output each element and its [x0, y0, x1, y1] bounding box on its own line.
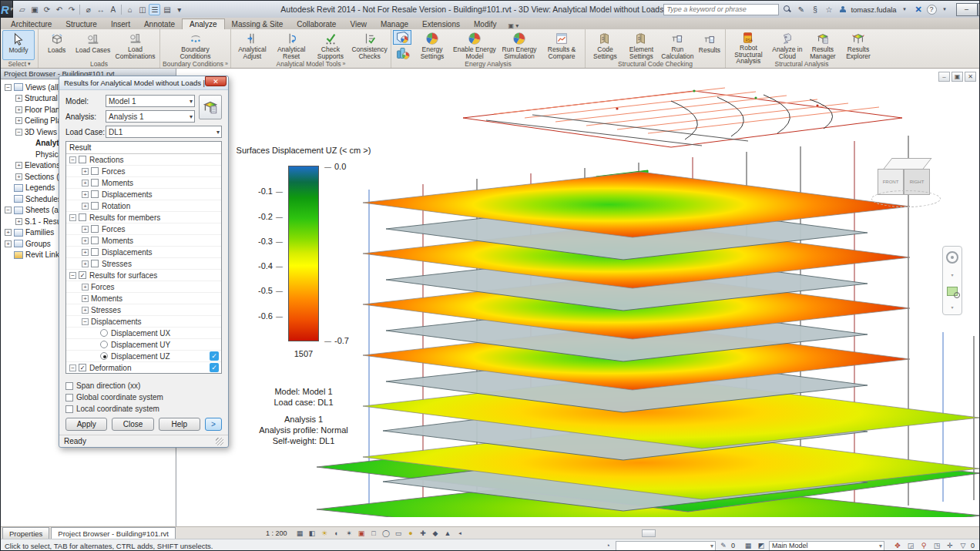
close-dialog-button[interactable]: Close — [112, 418, 153, 431]
open-icon[interactable]: ▱ — [16, 4, 28, 15]
results-compare-button[interactable]: Results & Compare — [542, 30, 582, 60]
energy-analysis-icon[interactable] — [393, 45, 411, 60]
shadows-icon[interactable]: ◐ — [331, 528, 341, 538]
results-explorer-button[interactable]: Results Explorer — [841, 30, 876, 60]
tree-row-surfaces-forces[interactable]: Forces — [66, 281, 221, 293]
tab-insert[interactable]: Insert — [104, 19, 137, 29]
editable-only-icon[interactable]: ✎ — [718, 541, 729, 551]
active-only-icon[interactable]: ◩ — [756, 541, 767, 551]
tab-collaborate[interactable]: Collaborate — [290, 19, 343, 29]
dialog-close-icon[interactable]: ✕ — [205, 76, 227, 86]
dialog-title-bar[interactable]: Results for Analytical Model without Loa… — [59, 76, 228, 90]
apply-button[interactable]: Apply — [65, 418, 107, 431]
aligned-dimension-icon[interactable]: ↔ — [95, 4, 106, 15]
model-select[interactable]: Model 1 — [106, 95, 195, 107]
tree-row-displacement-uy[interactable]: Displacement UY — [66, 339, 221, 351]
project-browser-tab[interactable]: Project Browser - Building#101.rvt — [51, 527, 176, 539]
results-button[interactable]: Results — [696, 30, 723, 60]
switch-windows-icon[interactable]: ▤ — [161, 4, 173, 15]
view-cube-compass-ring[interactable] — [871, 190, 941, 207]
view-cube[interactable]: FRONT RIGHT — [871, 153, 941, 215]
tree-row-displacement-uz[interactable]: Displacement UZ — [66, 351, 221, 362]
show-energy-model-icon[interactable] — [393, 30, 411, 45]
select-underlay-icon[interactable]: ◲ — [905, 541, 916, 551]
rendering-icon[interactable]: ✶ — [344, 528, 354, 538]
load-combinations-button[interactable]: Load Combinations — [112, 30, 158, 60]
user-avatar-icon[interactable] — [837, 4, 848, 15]
tab-structure[interactable]: Structure — [59, 19, 104, 29]
tab-architecture[interactable]: Architecture — [4, 19, 59, 29]
analyze-in-cloud-button[interactable]: Analyze in Cloud — [770, 30, 805, 60]
results-manager-button[interactable]: Results Manager — [805, 30, 841, 60]
select-links-icon[interactable]: ✥ — [892, 541, 903, 551]
vcb-overflow-icon[interactable]: ◂ — [455, 528, 465, 538]
tree-row-surfaces-moments[interactable]: Moments — [66, 293, 221, 304]
help-icon[interactable]: ? — [927, 5, 937, 15]
design-options-dropdown[interactable]: Main Model — [769, 541, 884, 551]
span-direction-option[interactable]: Span direction (xx) — [65, 380, 222, 391]
help-menu-chevron-icon[interactable]: ▾ — [939, 4, 951, 15]
subscription-icon[interactable]: ✎ — [795, 4, 807, 15]
visual-style-icon[interactable]: ◧ — [307, 528, 317, 538]
tree-row-results-surfaces[interactable]: Results for surfaces — [66, 270, 221, 281]
energy-settings-button[interactable]: Energy Settings — [412, 30, 452, 60]
tree-row-reactions-rotation[interactable]: Rotation — [66, 200, 221, 212]
panel-footer-loads[interactable]: Loads — [39, 59, 159, 68]
communication-center-icon[interactable]: § — [809, 4, 821, 15]
temporary-view-properties-icon[interactable]: ◆ — [430, 528, 440, 538]
tree-row-results-members[interactable]: Results for members — [66, 212, 221, 223]
sun-path-icon[interactable]: ☀ — [319, 528, 329, 538]
unlocked-3d-view-icon[interactable]: ◯ — [381, 528, 391, 538]
filter-icon[interactable]: ▽ — [958, 541, 968, 551]
local-coordinate-option[interactable]: Local coordinate system — [65, 403, 222, 415]
help-search-input[interactable] — [663, 4, 779, 15]
tab-massing-site[interactable]: Massing & Site — [225, 19, 290, 29]
detail-level-icon[interactable]: ▦ — [294, 528, 304, 538]
undo-icon[interactable]: ↶ — [53, 4, 65, 15]
tab-extensions[interactable]: Extensions — [415, 19, 467, 29]
results-manager-shortcut-icon[interactable] — [199, 95, 222, 119]
text-icon[interactable]: A — [107, 4, 119, 15]
maximize-button[interactable]: ▢ — [978, 3, 980, 16]
drawing-area[interactable]: – ▣ ✕ Surfaces Displacement UZ (< cm >) … — [176, 69, 980, 526]
tree-row-members-moments[interactable]: Moments — [66, 235, 221, 247]
design-options-icon[interactable]: ▦ — [743, 541, 753, 551]
reveal-hidden-elements-icon[interactable]: ● — [405, 528, 415, 538]
tab-manage[interactable]: Manage — [374, 19, 415, 29]
view-restore-icon[interactable]: ▣ — [951, 72, 963, 82]
scale-button[interactable]: 1 : 200 — [260, 529, 293, 538]
thin-lines-icon[interactable]: ☰ — [149, 4, 160, 15]
horizontal-scrollbar-thumb[interactable] — [642, 529, 656, 537]
view-close-icon[interactable]: ✕ — [965, 72, 976, 82]
help-button[interactable]: Help — [159, 418, 200, 431]
modify-button[interactable]: Modify — [2, 30, 35, 60]
tree-row-members-stresses[interactable]: Stresses — [66, 258, 221, 270]
ribbon-display-toggle-icon[interactable]: ▣ ▾ — [508, 22, 519, 29]
tree-row-members-displacements[interactable]: Displacements — [66, 247, 221, 258]
properties-tab[interactable]: Properties — [2, 527, 49, 539]
measure-icon[interactable]: ⌀ — [82, 4, 94, 15]
tree-row-reactions[interactable]: Reactions — [66, 154, 221, 166]
view-minimize-icon[interactable]: – — [938, 72, 950, 82]
global-coordinate-option[interactable]: Global coordinate system — [65, 391, 222, 403]
crop-view-icon[interactable]: ▣ — [356, 528, 366, 538]
analytical-adjust-button[interactable]: Analytical Adjust — [233, 30, 272, 60]
select-pinned-icon[interactable]: ⚲ — [918, 541, 929, 551]
favorites-star-icon[interactable]: ☆ — [823, 4, 834, 15]
default-3d-view-icon[interactable]: ⌂ — [124, 4, 136, 15]
element-settings-button[interactable]: Element Settings — [623, 30, 659, 60]
exchange-apps-icon[interactable]: ✕ — [913, 4, 925, 15]
steering-wheel-icon[interactable] — [946, 251, 958, 264]
tree-row-reactions-displacements[interactable]: Displacements — [66, 189, 221, 200]
analytical-model-icon[interactable]: ✚ — [418, 528, 428, 538]
analytical-reset-button[interactable]: Analytical Reset — [272, 30, 311, 60]
consistency-checks-button[interactable]: Consistency Checks — [350, 30, 389, 60]
application-menu-button[interactable]: R▾ — [1, 1, 13, 18]
crop-region-icon[interactable]: □ — [368, 528, 378, 538]
drag-on-selection-icon[interactable]: ✛ — [945, 541, 955, 551]
tree-row-reactions-moments[interactable]: Moments — [66, 177, 221, 189]
worksets-dropdown[interactable] — [616, 541, 716, 551]
loads-button[interactable]: Loads — [40, 30, 73, 60]
tab-modify[interactable]: Modify — [467, 19, 503, 29]
displacement-sets-icon[interactable]: ▲ — [442, 528, 452, 538]
